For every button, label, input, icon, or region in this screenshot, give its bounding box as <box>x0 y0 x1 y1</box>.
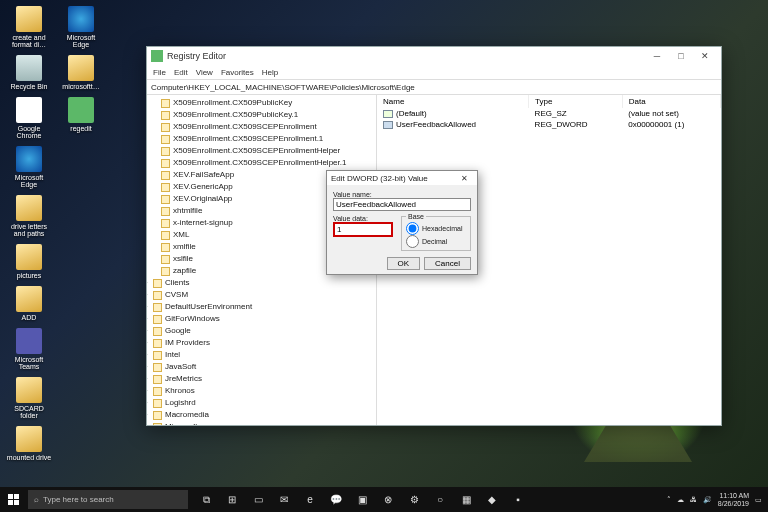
clock[interactable]: 11:10 AM 8/26/2019 <box>718 492 749 507</box>
menu-help[interactable]: Help <box>262 68 278 77</box>
tree-item[interactable]: Khronos <box>163 386 197 395</box>
tree-item[interactable]: XEV.GenericApp <box>171 182 235 191</box>
svg-rect-2 <box>8 500 13 505</box>
ok-button[interactable]: OK <box>387 257 421 270</box>
value-row[interactable]: UserFeedbackAllowedREG_DWORD0x00000001 (… <box>377 119 721 130</box>
tray-up-icon[interactable]: ˄ <box>667 496 671 504</box>
system-tray[interactable]: ˄ ☁ 🖧 🔊 11:10 AM 8/26/2019 ▭ <box>661 492 768 507</box>
tree-item[interactable]: xslfile <box>171 254 195 263</box>
menu-edit[interactable]: Edit <box>174 68 188 77</box>
store-icon[interactable]: ⊞ <box>220 487 244 512</box>
close-button[interactable]: ✕ <box>693 48 717 64</box>
value-data-input[interactable] <box>333 222 393 237</box>
teams-icon <box>16 328 42 354</box>
tree-item[interactable]: JreMetrics <box>163 374 204 383</box>
desktop-icon[interactable]: Recycle Bin <box>4 53 54 92</box>
start-button[interactable] <box>0 487 28 512</box>
tree-item[interactable]: XEV.FailSafeApp <box>171 170 236 179</box>
tree-item[interactable]: xhtmlfile <box>171 206 204 215</box>
volume-icon[interactable]: 🔊 <box>703 496 712 504</box>
column-header[interactable]: Name <box>377 95 529 108</box>
desktop-icon[interactable]: create and format di… <box>4 4 54 50</box>
notifications-icon[interactable]: ▭ <box>755 496 762 504</box>
chat-icon[interactable]: 💬 <box>324 487 348 512</box>
desktop-icon[interactable]: regedit <box>56 95 106 134</box>
minimize-button[interactable]: ─ <box>645 48 669 64</box>
desktop-icon[interactable]: microsoftt… <box>56 53 106 92</box>
app-icon[interactable]: ◆ <box>480 487 504 512</box>
calc-icon[interactable]: ▦ <box>454 487 478 512</box>
edge-icon <box>68 6 94 32</box>
tree-item[interactable]: JavaSoft <box>163 362 198 371</box>
svg-rect-0 <box>8 494 13 499</box>
menu-favorites[interactable]: Favorites <box>221 68 254 77</box>
tree-item[interactable]: Macromedia <box>163 410 211 419</box>
desktop-icon[interactable]: drive letters and paths <box>4 193 54 239</box>
taskbar-apps: ⧉ ⊞ ▭ ✉ e 💬 ▣ ⊗ ⚙ ○ ▦ ◆ ▪ <box>194 487 530 512</box>
taskbar: ⌕ Type here to search ⧉ ⊞ ▭ ✉ e 💬 ▣ ⊗ ⚙ … <box>0 487 768 512</box>
tree-item[interactable]: zapfile <box>171 266 198 275</box>
folder-icon <box>68 55 94 81</box>
explorer-icon[interactable]: ▭ <box>246 487 270 512</box>
tree-item[interactable]: X509Enrollment.CX509SCEPEnrollment.1 <box>171 134 325 143</box>
reg-icon <box>68 97 94 123</box>
tree-item[interactable]: Intel <box>163 350 182 359</box>
tree-item[interactable]: Logishrd <box>163 398 198 407</box>
desktop-icons-col2: Microsoft Edgemicrosoftt…regedit <box>56 4 106 134</box>
desktop-icon[interactable]: Microsoft Edge <box>4 144 54 190</box>
desktop-icon[interactable]: Microsoft Edge <box>56 4 106 50</box>
tree-item[interactable]: GitForWindows <box>163 314 222 323</box>
app2-icon[interactable]: ▪ <box>506 487 530 512</box>
column-header[interactable]: Type <box>529 95 623 108</box>
search-placeholder: Type here to search <box>43 495 114 504</box>
column-header[interactable]: Data <box>622 95 720 108</box>
search-icon: ⌕ <box>34 495 39 504</box>
tree-item[interactable]: X509Enrollment.CX509PublicKey.1 <box>171 110 300 119</box>
tree-item[interactable]: DefaultUserEnvironment <box>163 302 254 311</box>
tree-item[interactable]: xmlfile <box>171 242 198 251</box>
desktop-icons-col1: create and format di…Recycle BinGoogle C… <box>4 4 54 463</box>
cancel-button[interactable]: Cancel <box>424 257 471 270</box>
mail-icon[interactable]: ✉ <box>272 487 296 512</box>
settings-icon[interactable]: ⚙ <box>402 487 426 512</box>
menu-view[interactable]: View <box>196 68 213 77</box>
chrome-icon <box>16 97 42 123</box>
photos-icon[interactable]: ▣ <box>350 487 374 512</box>
dialog-titlebar[interactable]: Edit DWORD (32-bit) Value ✕ <box>327 171 477 185</box>
tree-item[interactable]: X509Enrollment.CX509PublicKey <box>171 98 294 107</box>
search-box[interactable]: ⌕ Type here to search <box>28 490 188 509</box>
desktop-icon[interactable]: pictures <box>4 242 54 281</box>
radio-hex[interactable]: Hexadecimal <box>406 222 466 235</box>
tree-item[interactable]: Microsoft <box>163 422 199 425</box>
address-bar[interactable]: Computer\HKEY_LOCAL_MACHINE\SOFTWARE\Pol… <box>147 79 721 95</box>
tree-item[interactable]: IM Providers <box>163 338 212 347</box>
desktop-icon[interactable]: Google Chrome <box>4 95 54 141</box>
network-icon[interactable]: 🖧 <box>690 496 697 503</box>
task-view-icon[interactable]: ⧉ <box>194 487 218 512</box>
onedrive-icon[interactable]: ☁ <box>677 496 684 504</box>
xbox-icon[interactable]: ⊗ <box>376 487 400 512</box>
tree-item[interactable]: Google <box>163 326 193 335</box>
desktop-icon[interactable]: SDCARD folder <box>4 375 54 421</box>
titlebar[interactable]: Registry Editor ─ □ ✕ <box>147 47 721 65</box>
value-name-input[interactable] <box>333 198 471 211</box>
tree-item[interactable]: CVSM <box>163 290 190 299</box>
desktop-icon[interactable]: Microsoft Teams <box>4 326 54 372</box>
cortana-icon[interactable]: ○ <box>428 487 452 512</box>
radio-dec[interactable]: Decimal <box>406 235 466 248</box>
base-fieldset: Base Hexadecimal Decimal <box>401 213 471 251</box>
tree-item[interactable]: Clients <box>163 278 191 287</box>
value-row[interactable]: (Default)REG_SZ(value not set) <box>377 108 721 119</box>
tree-item[interactable]: XML <box>171 230 191 239</box>
tree-item[interactable]: X509Enrollment.CX509SCEPEnrollmentHelper <box>171 146 342 155</box>
tree-item[interactable]: X509Enrollment.CX509SCEPEnrollment <box>171 122 319 131</box>
menu-file[interactable]: File <box>153 68 166 77</box>
desktop-icon[interactable]: ADD <box>4 284 54 323</box>
desktop-icon[interactable]: mounted drive <box>4 424 54 463</box>
dialog-close-button[interactable]: ✕ <box>455 174 473 183</box>
maximize-button[interactable]: □ <box>669 48 693 64</box>
tree-item[interactable]: X509Enrollment.CX509SCEPEnrollmentHelper… <box>171 158 348 167</box>
tree-item[interactable]: x-internet-signup <box>171 218 235 227</box>
edge-icon[interactable]: e <box>298 487 322 512</box>
tree-item[interactable]: XEV.OriginalApp <box>171 194 234 203</box>
